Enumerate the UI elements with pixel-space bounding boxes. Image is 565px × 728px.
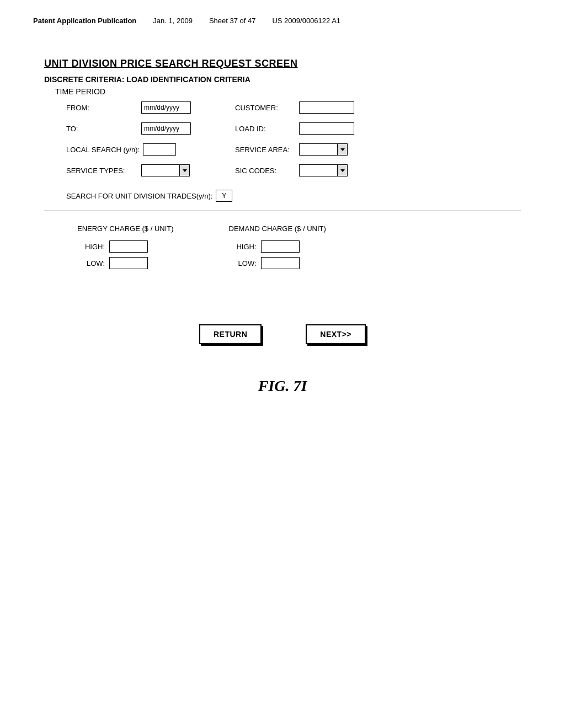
energy-low-label: LOW:: [77, 259, 105, 267]
main-content: UNIT DIVISION PRICE SEARCH REQUEST SCREE…: [33, 58, 532, 395]
from-label: FROM:: [66, 104, 138, 112]
return-button[interactable]: RETURN: [199, 324, 262, 344]
time-period-label: TIME PERIOD: [55, 87, 521, 96]
search-trades-row: SEARCH FOR UNIT DIVISION TRADES(y/n):: [66, 190, 521, 202]
service-types-row: SERVICE TYPES:: [66, 164, 191, 176]
energy-high-input[interactable]: [109, 240, 148, 253]
demand-low-label: LOW:: [229, 259, 257, 267]
local-search-row: LOCAL SEARCH (y/n):: [66, 143, 191, 156]
service-types-dropdown-btn[interactable]: [180, 164, 190, 176]
sheet-info: Sheet 37 of 47: [209, 17, 256, 25]
sic-codes-label: SIC CODES:: [235, 167, 296, 175]
screen-title: UNIT DIVISION PRICE SEARCH REQUEST SCREE…: [44, 58, 521, 69]
demand-low-input[interactable]: [261, 257, 300, 269]
service-area-input[interactable]: [299, 143, 338, 156]
load-id-input[interactable]: [299, 122, 354, 135]
section-divider: [44, 211, 521, 211]
demand-high-input[interactable]: [261, 240, 300, 253]
next-button[interactable]: NEXT>>: [306, 324, 366, 344]
load-id-label: LOAD ID:: [235, 125, 296, 133]
demand-charge-title: DEMAND CHARGE ($ / UNIT): [229, 224, 326, 233]
service-area-dropdown-arrow-icon: [340, 148, 345, 151]
search-trades-input[interactable]: [216, 190, 232, 202]
energy-high-label: HIGH:: [77, 243, 105, 251]
energy-charge-title: ENERGY CHARGE ($ / UNIT): [77, 224, 174, 233]
service-types-input[interactable]: [141, 164, 180, 176]
customer-input[interactable]: [299, 101, 354, 114]
demand-charge-group: DEMAND CHARGE ($ / UNIT) HIGH: LOW:: [229, 224, 326, 269]
service-types-dropdown-arrow-icon: [183, 169, 187, 172]
from-input[interactable]: [141, 101, 191, 114]
button-section: RETURN NEXT>>: [44, 324, 521, 344]
criteria-label: DISCRETE CRITERIA: LOAD IDENTIFICATION C…: [44, 75, 521, 84]
sic-codes-dropdown-arrow-icon: [340, 169, 345, 172]
to-row: TO:: [66, 122, 191, 135]
service-area-dropdown-btn[interactable]: [338, 143, 348, 156]
sic-codes-dropdown-btn[interactable]: [338, 164, 348, 176]
energy-high-row: HIGH:: [77, 240, 174, 253]
service-area-label: SERVICE AREA:: [235, 146, 296, 154]
service-area-dropdown-wrapper: [299, 143, 348, 156]
demand-high-row: HIGH:: [229, 240, 326, 253]
right-column: CUSTOMER: LOAD ID: SERVICE AREA:: [235, 101, 354, 181]
energy-low-input[interactable]: [109, 257, 148, 269]
service-types-label: SERVICE TYPES:: [66, 167, 138, 175]
from-row: FROM:: [66, 101, 191, 114]
load-id-row: LOAD ID:: [235, 122, 354, 135]
sic-codes-input[interactable]: [299, 164, 338, 176]
customer-row: CUSTOMER:: [235, 101, 354, 114]
left-column: FROM: TO: LOCAL SEARCH (y/n): SERVICE TY…: [66, 101, 191, 181]
energy-charge-group: ENERGY CHARGE ($ / UNIT) HIGH: LOW:: [77, 224, 174, 269]
to-label: TO:: [66, 125, 138, 133]
energy-low-row: LOW:: [77, 257, 174, 269]
sic-codes-row: SIC CODES:: [235, 164, 354, 176]
demand-high-label: HIGH:: [229, 243, 257, 251]
publication-label: Patent Application Publication: [33, 17, 136, 25]
demand-low-row: LOW:: [229, 257, 326, 269]
figure-label: FIG. 7I: [44, 377, 521, 395]
publication-date: Jan. 1, 2009: [153, 17, 193, 25]
charge-section: ENERGY CHARGE ($ / UNIT) HIGH: LOW: DEMA…: [77, 224, 521, 269]
service-types-dropdown-wrapper: [141, 164, 190, 176]
patent-number: US 2009/0006122 A1: [272, 17, 340, 25]
form-columns: FROM: TO: LOCAL SEARCH (y/n): SERVICE TY…: [66, 101, 521, 181]
service-area-row: SERVICE AREA:: [235, 143, 354, 156]
sic-codes-dropdown-wrapper: [299, 164, 348, 176]
to-input[interactable]: [141, 122, 191, 135]
search-trades-label: SEARCH FOR UNIT DIVISION TRADES(y/n):: [66, 192, 212, 200]
customer-label: CUSTOMER:: [235, 104, 296, 112]
page-container: Patent Application Publication Jan. 1, 2…: [0, 0, 565, 728]
local-search-label: LOCAL SEARCH (y/n):: [66, 146, 140, 154]
local-search-input[interactable]: [143, 143, 176, 156]
page-header: Patent Application Publication Jan. 1, 2…: [33, 17, 532, 25]
